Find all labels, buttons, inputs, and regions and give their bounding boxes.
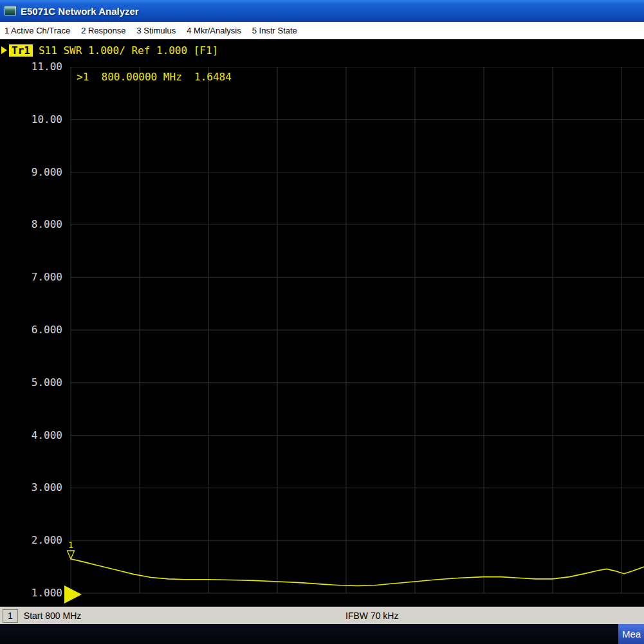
y-axis-tick: 2.000 xyxy=(32,535,62,546)
channel-number-badge: 1 xyxy=(3,609,18,623)
network-analyzer-app-icon xyxy=(5,6,16,15)
titlebar[interactable]: E5071C Network Analyzer xyxy=(0,0,644,22)
y-axis-tick: 5.000 xyxy=(32,377,62,389)
marker1-number: 1 xyxy=(68,540,73,550)
y-axis-tick: 4.000 xyxy=(32,430,62,441)
y-axis-tick: 3.000 xyxy=(32,482,62,493)
y-axis-tick: 1.000 xyxy=(32,587,62,599)
y-axis-tick: 8.000 xyxy=(32,219,62,230)
measurement-grid: 1 xyxy=(61,67,644,607)
menu-item-1[interactable]: 1 Active Ch/Trace xyxy=(5,26,70,35)
bottom-bar: Mea xyxy=(0,624,644,644)
y-axis-tick: 6.000 xyxy=(32,324,62,336)
reference-level-triangle-icon xyxy=(64,585,82,603)
marker1-readout: >1 800.00000 MHz 1.6484 xyxy=(77,71,232,83)
menu-item-3[interactable]: 3 Stimulus xyxy=(137,26,176,35)
start-frequency-label: Start 800 MHz xyxy=(24,611,81,621)
y-axis-tick: 9.000 xyxy=(32,167,62,178)
analyzer-display: Tr1 S11 SWR 1.000/ Ref 1.000 [F1] 11.001… xyxy=(0,39,644,607)
y-axis-tick: 10.00 xyxy=(32,114,62,125)
trace1-label[interactable]: Tr1 xyxy=(9,44,33,57)
y-axis-tick: 11.00 xyxy=(32,61,62,73)
trace1-settings-text: S11 SWR 1.000/ Ref 1.000 [F1] xyxy=(39,44,218,57)
meas-softkey-button[interactable]: Mea xyxy=(618,624,644,644)
active-trace-arrow-icon xyxy=(1,46,7,54)
ifbw-label: IFBW 70 kHz xyxy=(345,611,398,621)
swr-trace xyxy=(71,559,644,586)
window-title: E5071C Network Analyzer xyxy=(21,6,139,17)
menu-item-4[interactable]: 4 Mkr/Analysis xyxy=(187,26,241,35)
menu-item-5[interactable]: 5 Instr State xyxy=(252,26,297,35)
app-window: E5071C Network Analyzer 1 Active Ch/Trac… xyxy=(0,0,644,644)
y-axis-tick: 7.000 xyxy=(32,271,62,283)
menubar: 1 Active Ch/Trace2 Response3 Stimulus4 M… xyxy=(0,22,644,39)
trace-header: Tr1 S11 SWR 1.000/ Ref 1.000 [F1] xyxy=(1,44,218,57)
menu-item-2[interactable]: 2 Response xyxy=(81,26,125,35)
y-axis-labels: 11.0010.009.0008.0007.0006.0005.0004.000… xyxy=(0,67,64,606)
status-bar: 1 Start 800 MHz IFBW 70 kHz xyxy=(0,607,644,624)
